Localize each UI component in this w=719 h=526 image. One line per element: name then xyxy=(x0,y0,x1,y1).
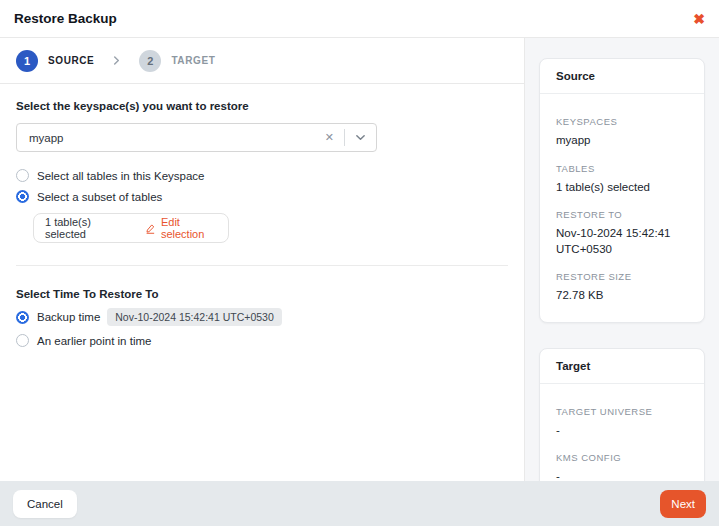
source-card-title: Source xyxy=(540,59,704,94)
radio-earlier-point[interactable]: An earlier point in time xyxy=(16,334,508,347)
close-icon[interactable]: ✖ xyxy=(693,12,705,26)
summary-item-value: 72.78 KB xyxy=(556,288,688,304)
modal-footer: Cancel Next xyxy=(0,481,719,526)
summary-item-label: KEYSPACES xyxy=(556,116,688,127)
summary-item-label: TABLES xyxy=(556,163,688,174)
radio-subset-tables-label: Select a subset of tables xyxy=(37,191,162,203)
keyspace-select-label: Select the keyspace(s) you want to resto… xyxy=(16,100,508,112)
chevron-right-icon xyxy=(112,56,121,65)
summary-sidebar: Source KEYSPACES myapp TABLES 1 table(s)… xyxy=(525,38,719,481)
radio-all-tables-label: Select all tables in this Keyspace xyxy=(37,170,204,182)
table-scope-radio-group: Select all tables in this Keyspace Selec… xyxy=(16,169,508,203)
clear-icon[interactable]: ✕ xyxy=(315,131,344,144)
summary-item-label: RESTORE SIZE xyxy=(556,271,688,282)
cancel-button[interactable]: Cancel xyxy=(13,490,77,518)
target-summary-card: Target TARGET UNIVERSE - KMS CONFIG - xyxy=(539,348,705,481)
modal-title: Restore Backup xyxy=(14,11,117,26)
step-indicator: 1 SOURCE 2 TARGET xyxy=(0,38,524,84)
summary-item-label: RESTORE TO xyxy=(556,209,688,220)
radio-all-tables[interactable]: Select all tables in this Keyspace xyxy=(16,169,508,182)
modal-header: Restore Backup ✖ xyxy=(0,0,719,38)
radio-backup-time[interactable]: Backup time Nov-10-2024 15:42:41 UTC+053… xyxy=(16,308,508,326)
main-panel: 1 SOURCE 2 TARGET Select the keyspace(s)… xyxy=(0,38,525,481)
summary-item-value: 1 table(s) selected xyxy=(556,180,688,196)
radio-subset-tables[interactable]: Select a subset of tables xyxy=(16,190,508,203)
source-card-body: KEYSPACES myapp TABLES 1 table(s) select… xyxy=(540,94,704,322)
source-summary-card: Source KEYSPACES myapp TABLES 1 table(s)… xyxy=(539,58,705,323)
edit-selection-label: Edit selection xyxy=(161,216,217,240)
summary-item-value: - xyxy=(556,423,688,439)
table-selection-summary: 1 table(s) selected Edit selection xyxy=(33,213,229,243)
radio-circle-off[interactable] xyxy=(16,334,29,347)
step-1-label: SOURCE xyxy=(48,55,94,66)
restore-time-radio-group: Backup time Nov-10-2024 15:42:41 UTC+053… xyxy=(16,308,508,347)
summary-item-value: Nov-10-2024 15:42:41 UTC+0530 xyxy=(556,226,688,257)
tables-selected-count: 1 table(s) selected xyxy=(45,216,123,240)
chevron-down-icon[interactable] xyxy=(345,132,376,143)
modal-body: 1 SOURCE 2 TARGET Select the keyspace(s)… xyxy=(0,38,719,481)
time-section-label: Select Time To Restore To xyxy=(16,288,508,300)
summary-item-value: - xyxy=(556,469,688,481)
summary-item-label: TARGET UNIVERSE xyxy=(556,406,688,417)
section-divider xyxy=(16,265,508,266)
restore-backup-modal: Restore Backup ✖ 1 SOURCE 2 TARGET Selec… xyxy=(0,0,719,526)
summary-item-label: KMS CONFIG xyxy=(556,452,688,463)
edit-selection-button[interactable]: Edit selection xyxy=(145,216,217,240)
summary-item-value: myapp xyxy=(556,133,688,149)
radio-circle-off[interactable] xyxy=(16,169,29,182)
radio-earlier-point-label: An earlier point in time xyxy=(37,335,151,347)
step-1-circle: 1 xyxy=(16,50,38,72)
select-icons: ✕ xyxy=(315,124,376,151)
backup-time-badge: Nov-10-2024 15:42:41 UTC+0530 xyxy=(107,308,281,326)
step-2-label: TARGET xyxy=(171,55,215,66)
target-card-body: TARGET UNIVERSE - KMS CONFIG - xyxy=(540,384,704,481)
radio-backup-time-label: Backup time xyxy=(37,311,100,323)
source-step-content: Select the keyspace(s) you want to resto… xyxy=(0,84,524,481)
target-card-title: Target xyxy=(540,349,704,384)
keyspace-select[interactable]: myapp ✕ xyxy=(16,123,377,152)
pencil-icon xyxy=(145,222,156,235)
radio-circle-on[interactable] xyxy=(16,190,29,203)
radio-circle-on[interactable] xyxy=(16,311,29,324)
step-2-circle: 2 xyxy=(139,50,161,72)
next-button[interactable]: Next xyxy=(660,490,706,518)
keyspace-select-value: myapp xyxy=(17,132,64,144)
